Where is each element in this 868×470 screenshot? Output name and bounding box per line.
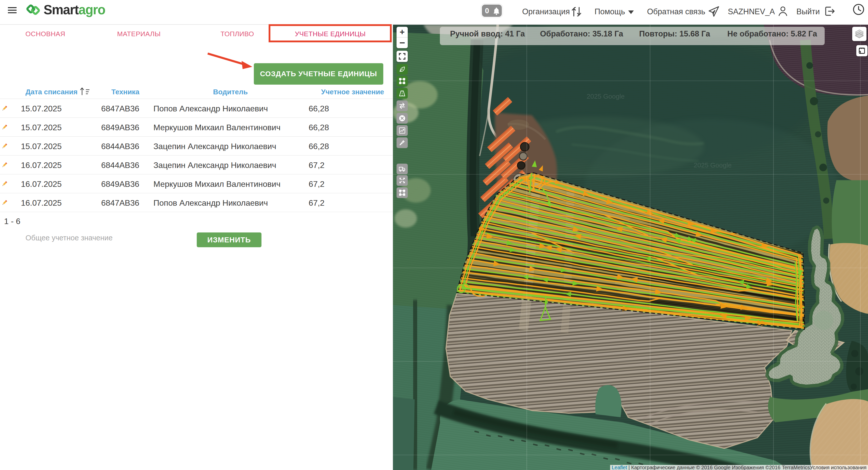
svg-text:2025 Google: 2025 Google (694, 161, 732, 169)
svg-text:2025 Google: 2025 Google (587, 93, 625, 100)
